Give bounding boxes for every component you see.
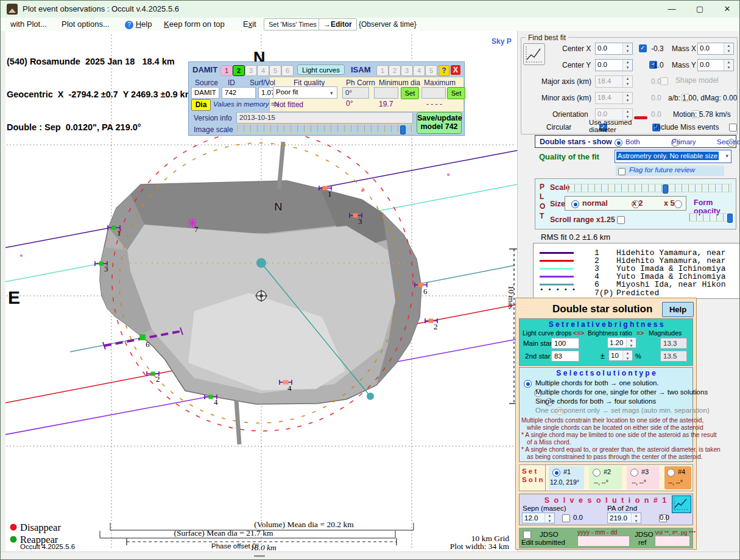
damit-tab-4[interactable]: 4 [257,65,269,76]
fit-quality-chevron-icon[interactable]: ▾ [330,90,333,96]
help-icon-button[interactable]: ? [439,65,449,76]
image-scale-slider[interactable] [236,124,413,133]
size-x5-radio[interactable] [674,200,682,208]
sst-option-1-radio[interactable] [524,380,532,388]
secondary-center-dot[interactable] [367,393,374,400]
fit-chart-button[interactable] [523,43,545,65]
max-dia-set-button[interactable]: Set [447,87,465,99]
soln-2-radio[interactable] [593,469,601,477]
close-damit-button[interactable]: X [451,65,460,75]
quality-chevron-icon[interactable]: ▾ [725,153,728,159]
observer-row[interactable]: 3Yuto Imada & Ichinomiya [534,264,740,272]
ph-corrn-header: Ph Corrn [346,79,375,87]
menu-keep-on-top[interactable]: Keep form on top [164,19,225,30]
light-curves-button[interactable]: Light curves [297,65,345,75]
observer-row[interactable]: 4Yuto Imada & Ichinomiya [534,272,740,280]
ratio-spinner[interactable]: 1.20▲▼ [607,337,636,348]
observer-time-label[interactable]: {Observer & time} [359,19,417,30]
mass-x-spinner[interactable]: 0.0▲▼ [697,43,734,55]
isam-tab-2[interactable]: 2 [389,65,401,76]
menu-plot-options[interactable]: Plot options... [62,19,110,30]
isam-tab-4[interactable]: 4 [413,65,425,76]
sepn-spinner[interactable]: 12.0▲▼ [522,513,555,523]
image-scale-thumb[interactable] [400,125,406,135]
max-dia-input[interactable] [421,87,446,99]
ph-corrn-value[interactable]: 0° [342,87,369,99]
center-x-spinner[interactable]: 0.0▲▼ [595,43,633,55]
scrollbar-grip[interactable] [254,555,265,557]
maximize-button[interactable]: ▢ [686,1,713,18]
flag-review-checkbox[interactable] [618,168,625,175]
sst-note-5: * A single chord equal to, or greater th… [521,446,721,453]
use-assumed-label: Use assumeddiameter [589,119,632,133]
opacity-slider[interactable] [689,213,733,222]
editor-button[interactable]: →Editor [319,18,357,30]
observer-row[interactable]: 2Hidehito Yamamura, near [534,256,740,264]
soln-4-radio[interactable] [667,469,675,477]
version-info-label: Version info [194,114,232,122]
size-normal-radio[interactable] [571,200,579,208]
isam-tab-5[interactable]: 5 [425,65,437,76]
save-update-button[interactable]: Save/updatemodel 742 [417,112,462,134]
damit-tab-3[interactable]: 3 [245,65,257,76]
close-button[interactable]: ✕ [714,1,740,18]
sepn-label: Sepn (masec) [523,505,566,512]
event-info-line3: Double : Sep 0.0120", PA 219.0° [7,122,193,133]
center-y-spinner[interactable]: 0.0▲▼ [595,59,633,71]
min-dia-input[interactable] [374,87,398,99]
min-dia-set-button[interactable]: Set [401,87,419,99]
quality-label: Quality of the fit [539,152,599,161]
soln-1-radio[interactable] [552,469,560,477]
scale-slider-thumb[interactable] [663,184,668,194]
app-window: Plot event observations : Occult v.4.202… [0,0,740,560]
dss-help-button[interactable]: Help [662,302,694,317]
jdso-edit-checkbox[interactable] [523,531,531,539]
pa-spinner[interactable]: 219.0▲▼ [607,513,641,523]
menu-exit[interactable]: Exit [243,19,256,30]
jdso-date-input[interactable] [577,536,630,547]
dia-button[interactable]: Dia [191,99,211,111]
damit-tab-6[interactable]: 6 [281,65,294,76]
app-icon [7,4,18,15]
primary-center-dot[interactable] [256,258,266,268]
plot-letter-l: L [540,192,544,201]
include-miss-checkbox[interactable] [729,124,737,131]
bottom-strip [1,551,740,560]
sst-title: S e l e c t s o l u t i o n t y p e [520,369,692,377]
flag-review-row: Flag for future review [616,166,724,176]
observer-row[interactable]: 1Hidehito Yamamura, near [534,248,740,256]
sepn-lock-checkbox[interactable] [562,514,570,522]
center-x-checkbox[interactable] [639,44,647,52]
menu-with-plot[interactable]: with Plot... [10,19,47,30]
isam-tab-3[interactable]: 3 [401,65,413,76]
minimize-button[interactable]: — [658,1,685,18]
window-title: Plot event observations : Occult v.4.202… [23,4,179,13]
size-normal-label: normal [582,199,608,208]
observer-row[interactable]: • • • • •7(P)Predicted [534,289,740,296]
damit-tab-2[interactable]: 2 [233,65,245,76]
svg-text:6: 6 [146,340,150,349]
both-radio[interactable] [615,139,622,147]
orientation-zero: 0.0 [651,110,661,119]
mass-y-spinner[interactable]: 0.0▲▼ [697,59,734,71]
tolerance-spinner[interactable]: 10▲▼ [608,350,633,361]
soln-3-radio[interactable] [630,469,638,477]
opacity-slider-thumb[interactable] [727,214,733,223]
fit-quality-select[interactable]: Poor fit [273,86,337,99]
sst-note-2: while single chords can be located on ei… [527,424,703,431]
menu-help[interactable]: ? Help [125,19,152,30]
damit-tab-1[interactable]: 1 [220,65,233,76]
find-best-fit-title: Find best fit [526,33,568,42]
svg-text:2: 2 [434,322,438,331]
jdso-ref-input[interactable] [655,536,690,547]
set-miss-times-button[interactable]: Set 'Miss' Times [264,18,322,30]
observer-list[interactable]: 1Hidehito Yamamura, near 2Hidehito Yamam… [533,243,740,299]
scroll-range-checkbox[interactable] [617,216,625,224]
second-star-input[interactable]: 83 [551,351,579,362]
quality-select[interactable]: Astrometry only. No reliable size ▾ [615,150,731,163]
scale-slider[interactable] [567,184,731,192]
isam-tab-1[interactable]: 1 [376,65,389,76]
damit-tab-5[interactable]: 5 [269,65,281,76]
main-star-input[interactable]: 100 [551,338,579,349]
solve-chart-button[interactable] [672,495,691,513]
